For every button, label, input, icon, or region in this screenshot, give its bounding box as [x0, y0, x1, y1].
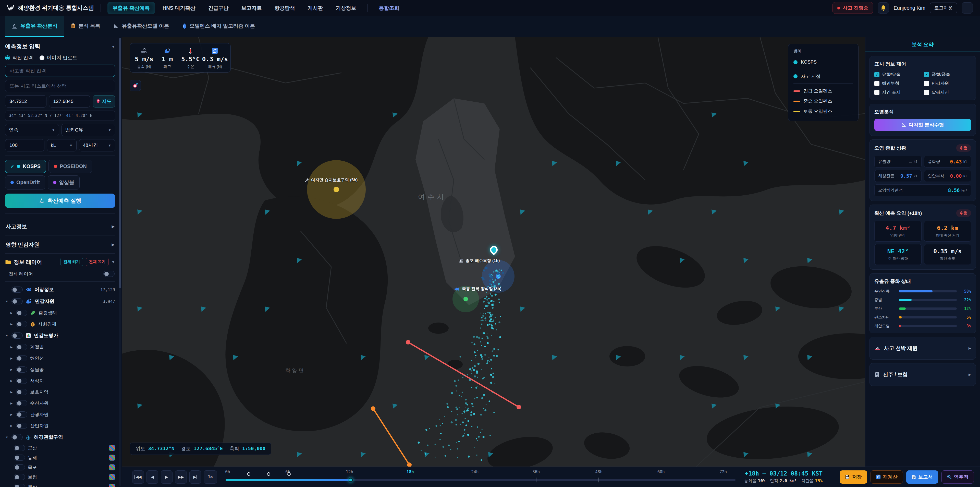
nav-item-4[interactable]: 항공탐색 — [269, 2, 300, 14]
layer-row-민감자원[interactable]: ▼민감자원3,947 — [5, 295, 115, 307]
timeline-thumb[interactable] — [348, 478, 353, 482]
save-button[interactable]: 저장 — [840, 470, 867, 484]
layers-all-on-button[interactable]: 전체 켜기 — [60, 258, 83, 266]
check-시간 표시[interactable]: 시간 표시 — [874, 89, 921, 95]
nav-item-5[interactable]: 게시판 — [303, 2, 328, 14]
fast-forward-button[interactable]: ▶▶ — [175, 470, 187, 484]
run-prediction-button[interactable]: 확산예측 실행 — [5, 193, 115, 208]
model-chip-KOSPS[interactable]: ✓KOSPS — [5, 160, 46, 173]
expand-icon[interactable]: ▶ — [10, 413, 13, 416]
skip-end-button[interactable]: ▶ — [189, 470, 201, 484]
layer-toggle[interactable] — [16, 411, 27, 418]
layer-toggle[interactable] — [14, 484, 25, 487]
layer-style-swatch[interactable] — [109, 464, 115, 470]
section-1[interactable]: 영향 민감자원▶ — [5, 236, 115, 253]
latitude-input[interactable] — [5, 95, 46, 107]
model-chip-OpenDrift[interactable]: OpenDrift — [5, 176, 45, 190]
recenter-target-button[interactable] — [130, 80, 141, 91]
timeline-slider[interactable]: 0h6h12h18h24h36h48h60h72h — [226, 467, 735, 487]
check-날짜시간[interactable]: 날짜시간 — [924, 89, 971, 95]
layer-row-해경관할구역[interactable]: ▼해경관할구역 — [5, 431, 115, 443]
left-scrollbar-thumb[interactable] — [119, 38, 121, 288]
layer-row-보호지역[interactable]: ▶보호지역 — [5, 386, 115, 398]
radio-0[interactable]: 직접 입력 — [5, 54, 33, 61]
layer-row-계절별[interactable]: ▶계절별 — [5, 342, 115, 353]
layer-row-생물종[interactable]: ▶생물종 — [5, 364, 115, 375]
expand-icon[interactable]: ▶ — [10, 402, 13, 405]
layer-row-관광자원[interactable]: ▶관광자원 — [5, 409, 115, 420]
check-유향/유속[interactable]: ✓유향/유속 — [874, 72, 921, 77]
nav-item-3[interactable]: 보고자료 — [236, 2, 267, 14]
fold-card-0[interactable]: 사고 선박 제원▶ — [870, 337, 976, 359]
map-canvas[interactable]: 5 m/s풍속 (N)1 m파고5.5°C수온0.3 m/s해류 (N) 범례 … — [122, 37, 865, 466]
polygon-analysis-button[interactable]: 다각형 분석수행 — [874, 119, 971, 131]
layer-toggle[interactable] — [11, 332, 23, 339]
hamburger-menu-button[interactable] — [962, 2, 973, 14]
incident-list-input[interactable] — [5, 80, 115, 92]
layer-row-어장정보[interactable]: 어장정보17,129 — [5, 284, 115, 295]
nav-item-1[interactable]: HNS·대기확산 — [158, 2, 200, 14]
layer-toggle[interactable] — [14, 455, 25, 461]
playback-speed-button[interactable]: 1× — [204, 470, 217, 484]
expand-icon[interactable]: ▶ — [10, 379, 13, 383]
layer-row-동해[interactable]: 동해 — [5, 453, 115, 463]
all-layers-toggle[interactable] — [103, 271, 115, 277]
layer-row-군산[interactable]: 군산 — [5, 443, 115, 453]
layer-row-환경생태[interactable]: ▶환경생태 — [5, 307, 115, 318]
fence-deploy-marker[interactable] — [266, 472, 271, 476]
expand-icon[interactable]: ▶ — [10, 368, 13, 371]
check-풍향/풍속[interactable]: ✓풍향/풍속 — [924, 72, 971, 77]
tab-3[interactable]: 오일펜스 배치 알고리즘 이론 — [176, 16, 262, 37]
layers-all-off-button[interactable]: 전체 끄기 — [86, 258, 109, 266]
layer-toggle[interactable] — [16, 389, 27, 395]
trace-button[interactable]: 역추적 — [942, 470, 974, 484]
logout-button[interactable]: 로그아웃 — [930, 3, 957, 13]
layer-toggle[interactable] — [11, 298, 23, 304]
fold-card-1[interactable]: 선주 / 보험▶ — [870, 363, 976, 386]
radio-1[interactable]: 이미지 업로드 — [40, 54, 77, 61]
expand-icon[interactable]: ▶ — [10, 424, 13, 428]
layer-toggle[interactable] — [11, 434, 23, 440]
tab-1[interactable]: 분석 목록 — [64, 16, 107, 37]
layer-row-수산자원[interactable]: ▶수산자원 — [5, 398, 115, 409]
layers-collapse-icon[interactable]: ▼ — [111, 260, 115, 264]
layer-toggle[interactable] — [14, 464, 25, 470]
report-button[interactable]: 보고서 — [906, 470, 938, 484]
incident-active-badge[interactable]: 사고 진행중 — [832, 2, 873, 14]
duration-select[interactable]: 48시간▼ — [79, 139, 115, 152]
pick-on-map-button[interactable]: 지도 — [93, 95, 115, 107]
layer-row-민감도평가[interactable]: ▼민감도평가 — [5, 330, 115, 342]
check-민감자원[interactable]: 민감자원 — [924, 80, 971, 86]
amount-input[interactable] — [5, 139, 45, 152]
check-해안부착[interactable]: 해안부착 — [874, 80, 921, 86]
layer-toggle[interactable] — [16, 310, 27, 316]
tab-0[interactable]: 유출유 확산분석 — [5, 16, 64, 37]
expand-icon[interactable]: ▶ — [10, 323, 13, 326]
layer-row-해안선[interactable]: ▶해안선 — [5, 353, 115, 364]
recalc-button[interactable]: 재계산 — [870, 470, 903, 484]
layer-style-swatch[interactable] — [109, 445, 115, 451]
expand-icon[interactable]: ▼ — [5, 334, 9, 337]
nav-item-0[interactable]: 유출유 확산예측 — [107, 2, 155, 14]
layer-toggle[interactable] — [16, 321, 27, 327]
layer-row-사회경제[interactable]: ▶사회경제 — [5, 318, 115, 330]
layer-row-보령[interactable]: 보령 — [5, 472, 115, 482]
step-back-button[interactable]: ◀ — [146, 470, 158, 484]
layer-toggle[interactable] — [16, 423, 27, 429]
layer-toggle[interactable] — [16, 366, 27, 373]
layer-row-목포[interactable]: 목포 — [5, 463, 115, 472]
layer-row-부산[interactable]: 부산 — [5, 482, 115, 487]
expand-icon[interactable]: ▶ — [10, 345, 13, 349]
oil-type-select[interactable]: 벙커C유▼ — [62, 124, 115, 136]
longitude-input[interactable] — [49, 95, 90, 107]
layer-toggle[interactable] — [11, 287, 23, 293]
expand-icon[interactable]: ▼ — [5, 300, 9, 303]
incident-name-input[interactable] — [5, 65, 115, 77]
model-chip-POSEIDON[interactable]: POSEIDON — [48, 160, 92, 173]
layer-toggle[interactable] — [16, 400, 27, 406]
play-button[interactable]: ▶ — [161, 470, 172, 484]
layer-row-산업자원[interactable]: ▶산업자원 — [5, 420, 115, 431]
nav-item-6[interactable]: 기상정보 — [331, 2, 361, 14]
collapse-caret-icon[interactable]: ▼ — [111, 45, 115, 49]
layer-toggle[interactable] — [16, 378, 27, 384]
